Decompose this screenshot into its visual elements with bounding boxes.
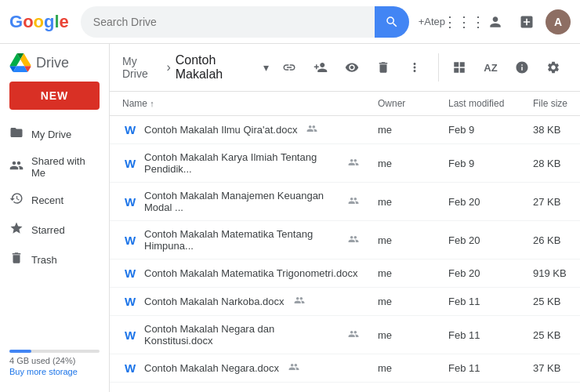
breadcrumb: My Drive › Contoh Makalah ▾ [122, 53, 269, 82]
col-header-name[interactable]: Name ↑ [110, 92, 368, 116]
table-row[interactable]: W Contoh Makalah Narkoba.docx meFeb 1125… [110, 288, 580, 316]
file-size: 26 KB [524, 221, 580, 260]
share-button[interactable] [306, 53, 335, 82]
file-modified: Feb 11 [439, 354, 524, 383]
table-row[interactable]: W Contoh Makalah Karya Ilmiah Tentang Pe… [110, 144, 580, 183]
file-modified: Feb 13 [439, 383, 524, 393]
drive-label: Drive [36, 55, 69, 71]
topbar-right: +Atep ⋮⋮⋮ A [419, 9, 571, 34]
word-file-icon: W [122, 157, 138, 170]
col-header-size[interactable]: File size [524, 92, 580, 116]
grid-view-button[interactable] [445, 53, 473, 82]
preview-button[interactable] [338, 53, 366, 82]
sort-button[interactable]: AZ [477, 53, 505, 82]
file-name: Contoh Makalah Matematika Trigonometri.d… [144, 267, 357, 279]
file-modified: Feb 20 [439, 183, 524, 221]
breadcrumb-dropdown[interactable]: ▾ [263, 61, 269, 74]
file-modified: Feb 11 [439, 316, 524, 354]
breadcrumb-current: Contoh Makalah [176, 53, 259, 82]
sidebar-item-starred[interactable]: Starred [0, 215, 103, 245]
col-header-owner[interactable]: Owner [368, 92, 439, 116]
sidebar-item-my-drive[interactable]: My Drive [0, 119, 103, 149]
delete-button[interactable] [369, 53, 397, 82]
shared-icon [9, 158, 24, 176]
table-row[interactable]: W Contoh Makalah Matematika Trigonometri… [110, 260, 580, 288]
file-size: 919 KB [524, 260, 580, 288]
file-owner: me [368, 288, 439, 316]
word-file-icon: W [122, 328, 138, 342]
apps-icon[interactable]: ⋮⋮⋮ [451, 9, 477, 34]
drive-logo: Drive [0, 50, 109, 78]
table-row[interactable]: W Contoh Makalah Negara dan Konstitusi.d… [110, 316, 580, 354]
file-size: 27 KB [524, 183, 580, 221]
table-row[interactable]: W Contoh Makalah Matematika Tentang Himp… [110, 221, 580, 260]
file-owner: me [368, 383, 439, 393]
buy-storage-link[interactable]: Buy more storage [9, 367, 100, 376]
info-button[interactable] [508, 53, 536, 82]
shared-icon [348, 195, 359, 209]
storage-text: 4 GB used (24%) [9, 356, 100, 365]
breadcrumb-separator: › [166, 60, 170, 74]
table-row[interactable]: W Contoh Makalah Nikah Siri Dalam Hukum … [110, 383, 580, 393]
file-name-cell: W Contoh Makalah Matematika Tentang Himp… [110, 221, 368, 260]
drive-logo-icon [9, 53, 31, 72]
add-account-icon[interactable] [514, 9, 539, 34]
storage-bar [9, 350, 100, 353]
file-name: Contoh Makalah Karya Ilmiah Tentang Pend… [144, 151, 339, 175]
content-area: My Drive › Contoh Makalah ▾ [110, 44, 580, 392]
file-size: 25 KB [524, 316, 580, 354]
file-owner: me [368, 221, 439, 260]
new-button[interactable]: NEW [9, 82, 100, 110]
shared-icon [294, 295, 305, 308]
my-drive-icon [9, 125, 24, 143]
sidebar-item-shared[interactable]: Shared with Me [0, 149, 103, 185]
file-owner: me [368, 316, 439, 354]
user-label: +Atep [419, 16, 445, 27]
word-file-icon: W [122, 234, 138, 247]
file-name-cell: W Contoh Makalah Manajemen Keuangan Moda… [110, 183, 368, 221]
sidebar-item-recent[interactable]: Recent [0, 185, 103, 215]
google-logo: Google [9, 12, 68, 32]
files-table: Name ↑ Owner Last modified File size W C… [110, 92, 580, 392]
storage-info: 4 GB used (24%) Buy more storage [0, 343, 109, 386]
table-header: Name ↑ Owner Last modified File size [110, 92, 580, 116]
topbar: Google +Atep ⋮⋮⋮ A [0, 0, 580, 44]
starred-label: Starred [31, 224, 65, 236]
breadcrumb-parent[interactable]: My Drive [122, 55, 161, 80]
file-name: Contoh Makalah Negara dan Konstitusi.doc… [144, 323, 339, 347]
search-bar [81, 6, 409, 38]
account-icon[interactable] [483, 9, 508, 34]
search-button[interactable] [375, 6, 409, 38]
file-name: Contoh Makalah Manajemen Keuangan Modal … [144, 190, 339, 213]
settings-button[interactable] [539, 53, 567, 82]
more-options-button[interactable] [401, 53, 429, 82]
main-layout: Drive NEW My Drive Shared with Me Recent [0, 44, 580, 392]
table-row[interactable]: W Contoh Makalah Negara.docx meFeb 1137 … [110, 354, 580, 383]
file-name-cell: W Contoh Makalah Negara dan Konstitusi.d… [110, 316, 368, 354]
shared-label: Shared with Me [31, 155, 93, 179]
link-button[interactable] [275, 53, 303, 82]
table-row[interactable]: W Contoh Makalah Manajemen Keuangan Moda… [110, 183, 580, 221]
search-input[interactable] [93, 16, 375, 28]
file-size: 28 KB [524, 144, 580, 183]
trash-icon [9, 251, 24, 268]
my-drive-label: My Drive [31, 129, 71, 140]
file-owner: me [368, 260, 439, 288]
shared-icon [348, 157, 359, 170]
recent-label: Recent [31, 194, 63, 206]
col-header-modified[interactable]: Last modified [439, 92, 524, 116]
toolbar-actions: AZ [275, 53, 567, 82]
shared-icon [348, 234, 359, 247]
shared-icon [348, 328, 359, 342]
file-name-cell: W Contoh Makalah Nikah Siri Dalam Hukum … [110, 383, 368, 393]
file-size: 30 KB [524, 383, 580, 393]
trash-label: Trash [31, 254, 57, 266]
file-size: 25 KB [524, 288, 580, 316]
sidebar-item-trash[interactable]: Trash [0, 245, 103, 274]
word-file-icon: W [122, 195, 138, 209]
file-size: 37 KB [524, 354, 580, 383]
file-owner: me [368, 354, 439, 383]
user-avatar[interactable]: A [546, 9, 571, 34]
table-row[interactable]: W Contoh Makalah Ilmu Qira'at.docx meFeb… [110, 116, 580, 144]
word-file-icon: W [122, 361, 138, 375]
